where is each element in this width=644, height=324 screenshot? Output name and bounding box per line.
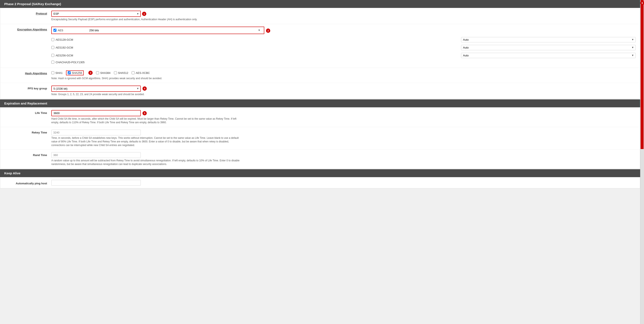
ping-label: Automatically ping host xyxy=(4,181,51,185)
sha512-text: SHA512 xyxy=(118,71,128,74)
rekey-help: Time, in seconds, before a Child SA esta… xyxy=(51,136,243,147)
encryption-badge: 2 xyxy=(266,28,270,33)
chacha20-checkbox[interactable] xyxy=(51,61,54,64)
aesxcbc-item[interactable]: AES-XCBC xyxy=(132,71,150,74)
rand-row: Rand Time A random value up to this amou… xyxy=(0,150,640,169)
expiration-title: Expiration and Replacement xyxy=(4,101,47,105)
rand-label: Rand Time xyxy=(4,152,51,157)
aes256gcm-label[interactable]: AES256-GCM xyxy=(51,54,94,57)
lifetime-input-wrapper: 5 xyxy=(51,110,636,116)
sha384-checkbox[interactable] xyxy=(96,71,99,74)
lifetime-row: Life Time 5 Hard Child SA life time, in … xyxy=(0,107,640,127)
pfs-select[interactable]: 1 (768 bit) 2 (1024 bit) 5 (1536 bit) 14… xyxy=(51,86,141,92)
aes128gcm-bits-wrapper: Auto ▼ xyxy=(461,37,636,42)
sha384-item[interactable]: SHA384 xyxy=(96,71,110,74)
phase2-form: Protocol ESP AH ▼ 1 Encapsulating Securi… xyxy=(0,8,640,99)
hash-help: Note: Hash is ignored with GCM algorithm… xyxy=(51,77,636,80)
pfs-help: Note: Groups 1, 2, 5, 22, 23, and 24 pro… xyxy=(51,93,636,96)
phase2-title: Phase 2 Proposal (SA/Key Exchange) xyxy=(4,2,61,6)
sha512-item[interactable]: SHA512 xyxy=(114,71,128,74)
pfs-input-wrapper: 1 (768 bit) 2 (1024 bit) 5 (1536 bit) 14… xyxy=(51,86,636,92)
aes-label: AES xyxy=(58,29,63,32)
aes192gcm-label[interactable]: AES192-GCM xyxy=(51,46,94,49)
expiration-section-header: Expiration and Replacement xyxy=(0,99,640,107)
sha512-checkbox[interactable] xyxy=(114,71,117,74)
lifetime-label: Life Time xyxy=(4,110,51,114)
sha256-checkbox[interactable] xyxy=(68,71,71,74)
rekey-input[interactable] xyxy=(51,130,141,135)
aesxcbc-checkbox[interactable] xyxy=(132,71,134,74)
lifetime-help: Hard Child SA life time, in seconds, aft… xyxy=(51,117,243,124)
protocol-badge: 1 xyxy=(142,12,146,16)
ping-field-content xyxy=(51,180,636,186)
aes192gcm-bits-select[interactable]: Auto xyxy=(461,45,636,50)
encryption-field-content: AES 256 bits 128 bits 192 bits ▼ xyxy=(51,27,636,65)
hash-row: Hash Algorithms SHA1 SHA256 3 xyxy=(0,68,640,83)
aes256gcm-row: AES256-GCM Auto ▼ xyxy=(51,51,636,59)
aes128gcm-label[interactable]: AES128-GCM xyxy=(51,38,94,41)
sha256-item[interactable]: SHA256 xyxy=(66,70,84,75)
aes-bits-wrapper: 256 bits 128 bits 192 bits ▼ xyxy=(88,28,262,33)
expiration-form: Life Time 5 Hard Child SA life time, in … xyxy=(0,107,640,169)
protocol-field-content: ESP AH ▼ 1 Encapsulating Security Payloa… xyxy=(51,11,636,21)
hash-field-content: SHA1 SHA256 3 SHA384 SH xyxy=(51,70,636,80)
rekey-label: Rekey Time xyxy=(4,130,51,134)
rand-input[interactable] xyxy=(51,152,141,158)
rekey-field-content: Time, in seconds, before a Child SA esta… xyxy=(51,130,636,147)
aes256gcm-text: AES256-GCM xyxy=(56,54,73,57)
aes192gcm-bits-wrapper: Auto ▼ xyxy=(461,45,636,50)
aes-checkbox-label[interactable]: AES xyxy=(54,29,88,32)
pfs-field-content: 1 (768 bit) 2 (1024 bit) 5 (1536 bit) 14… xyxy=(51,86,636,96)
scrollbar[interactable]: 6 xyxy=(640,0,644,324)
keepalive-form: Automatically ping host xyxy=(0,177,640,188)
lifetime-badge: 5 xyxy=(142,111,147,115)
sha1-text: SHA1 xyxy=(55,71,62,74)
aes256gcm-bits-wrapper: Auto ▼ xyxy=(461,53,636,58)
rand-field-content: A random value up to this amount will be… xyxy=(51,152,636,166)
rand-help: A random value up to this amount will be… xyxy=(51,159,243,166)
keepalive-section-header: Keep Alive xyxy=(0,169,640,177)
chacha20-row: CHACHA20-POLY1305 xyxy=(51,59,636,65)
aesxcbc-text: AES-XCBC xyxy=(136,71,150,74)
aes-checkbox[interactable] xyxy=(54,29,56,32)
protocol-row: Protocol ESP AH ▼ 1 Encapsulating Securi… xyxy=(0,8,640,24)
pfs-select-wrapper: 1 (768 bit) 2 (1024 bit) 5 (1536 bit) 14… xyxy=(51,86,141,92)
phase2-section-header: Phase 2 Proposal (SA/Key Exchange) xyxy=(0,0,640,8)
aes128gcm-row: AES128-GCM Auto ▼ xyxy=(51,36,636,44)
ping-input[interactable] xyxy=(51,180,141,186)
encryption-label: Encryption Algorithms xyxy=(4,27,51,31)
encryption-row: Encryption Algorithms AES 256 bits xyxy=(0,24,640,68)
aes128gcm-bits-select[interactable]: Auto xyxy=(461,37,636,42)
protocol-help: Encapsulating Security Payload (ESP) per… xyxy=(51,18,636,21)
hash-label: Hash Algorithms xyxy=(4,70,51,75)
aes192gcm-checkbox[interactable] xyxy=(51,46,54,49)
aes256gcm-bits-select[interactable]: Auto xyxy=(461,53,636,58)
aes256gcm-checkbox[interactable] xyxy=(51,54,54,57)
protocol-select[interactable]: ESP AH xyxy=(51,11,141,17)
keepalive-title: Keep Alive xyxy=(4,171,20,175)
aes128gcm-text: AES128-GCM xyxy=(56,38,73,41)
protocol-select-wrapper: ESP AH ▼ xyxy=(51,11,141,17)
sha1-item[interactable]: SHA1 xyxy=(51,71,62,74)
scrollbar-badge: 6 xyxy=(640,1,644,5)
aes192gcm-row: AES192-GCM Auto ▼ xyxy=(51,44,636,51)
sha1-checkbox[interactable] xyxy=(51,71,54,74)
pfs-row: PFS key group 1 (768 bit) 2 (1024 bit) 5… xyxy=(0,83,640,99)
pfs-badge: 4 xyxy=(142,86,147,91)
chacha20-text: CHACHA20-POLY1305 xyxy=(56,61,84,64)
aes-bits-select[interactable]: 256 bits 128 bits 192 bits xyxy=(88,28,262,33)
ping-row: Automatically ping host xyxy=(0,177,640,188)
hash-badge: 3 xyxy=(88,71,93,75)
scrollbar-thumb[interactable] xyxy=(640,0,644,149)
aes192gcm-text: AES192-GCM xyxy=(56,46,73,49)
lifetime-field-content: 5 Hard Child SA life time, in seconds, a… xyxy=(51,110,636,124)
main-content: Phase 2 Proposal (SA/Key Exchange) Proto… xyxy=(0,0,640,324)
aes128gcm-checkbox[interactable] xyxy=(51,38,54,41)
aes-row-highlighted: AES 256 bits 128 bits 192 bits ▼ xyxy=(51,27,264,34)
protocol-input-wrapper: ESP AH ▼ 1 xyxy=(51,11,636,17)
chacha20-label[interactable]: CHACHA20-POLY1305 xyxy=(51,61,94,64)
protocol-label: Protocol xyxy=(4,11,51,15)
sha256-text: SHA256 xyxy=(72,71,82,74)
lifetime-input[interactable] xyxy=(51,110,141,116)
pfs-label: PFS key group xyxy=(4,86,51,90)
